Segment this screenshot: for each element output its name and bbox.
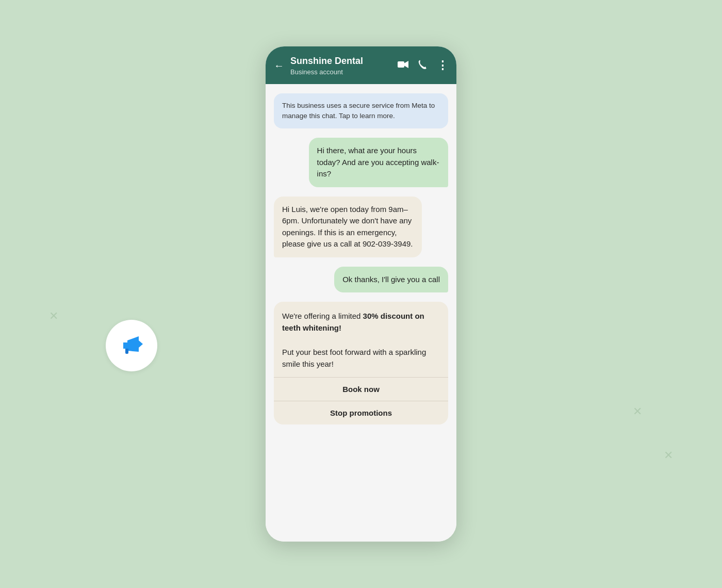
megaphone-icon [119, 333, 144, 358]
megaphone-bubble [106, 320, 157, 371]
system-message-text: This business uses a secure service from… [282, 102, 435, 120]
header-info: Sunshine Dental Business account [290, 56, 391, 76]
promo-text: We're offering a limited 30% discount on… [274, 302, 448, 377]
promo-card: We're offering a limited 30% discount on… [274, 302, 448, 424]
sent-message-1: Hi there, what are your hours today? And… [309, 138, 448, 187]
deco-x-3: ✕ [664, 449, 673, 462]
chat-title: Sunshine Dental [290, 56, 391, 67]
phone-call-icon[interactable] [418, 60, 428, 72]
sent-message-1-text: Hi there, what are your hours today? And… [317, 146, 439, 178]
received-message-1: Hi Luis, we're open today from 9am–6pm. … [274, 197, 422, 257]
deco-x-1: ✕ [49, 309, 58, 323]
system-message[interactable]: This business uses a secure service from… [274, 93, 448, 129]
back-button[interactable]: ← [274, 60, 284, 72]
promo-text-prefix: We're offering a limited [282, 312, 363, 320]
chat-body: This business uses a secure service from… [266, 84, 456, 542]
header-icons: ⋮ [398, 60, 448, 72]
svg-rect-0 [398, 61, 404, 68]
received-message-1-text: Hi Luis, we're open today from 9am–6pm. … [282, 205, 413, 249]
stop-promotions-button[interactable]: Stop promotions [274, 401, 448, 424]
sent-message-2-text: Ok thanks, I'll give you a call [342, 275, 440, 284]
promo-text-body: Put your best foot forward with a sparkl… [282, 348, 426, 368]
book-now-button[interactable]: Book now [274, 378, 448, 401]
phone-frame: ← Sunshine Dental Business account ⋮ [266, 46, 456, 542]
video-call-icon[interactable] [398, 60, 409, 71]
chat-subtitle: Business account [290, 68, 391, 76]
more-options-icon[interactable]: ⋮ [437, 60, 448, 71]
deco-x-2: ✕ [633, 405, 642, 418]
sent-message-2: Ok thanks, I'll give you a call [334, 267, 448, 293]
chat-header: ← Sunshine Dental Business account ⋮ [266, 46, 456, 84]
